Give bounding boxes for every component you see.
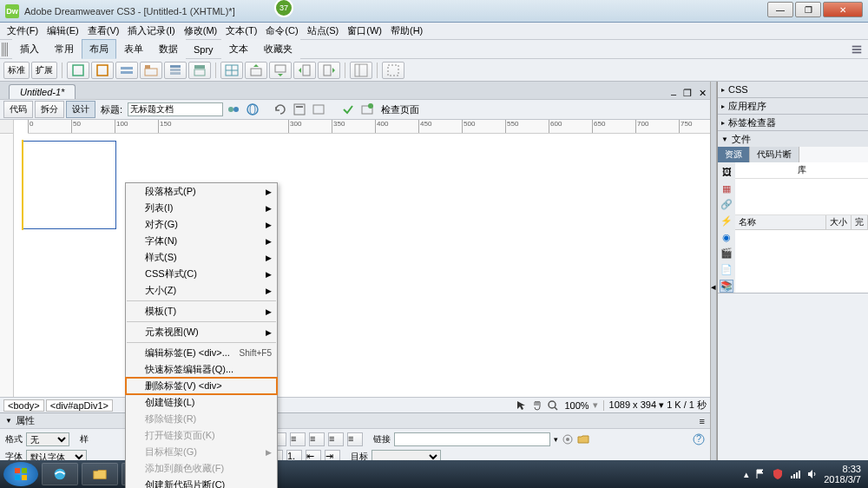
- col-full[interactable]: 完: [852, 215, 868, 229]
- format-select[interactable]: 无: [26, 432, 69, 446]
- insert-tab-spry[interactable]: Spry: [186, 41, 221, 58]
- view-code-button[interactable]: 代码: [3, 101, 33, 118]
- tool-frames-button[interactable]: [350, 62, 372, 79]
- view-split-button[interactable]: 拆分: [35, 101, 64, 118]
- ctx-item-17[interactable]: 创建新代码片断(C): [126, 477, 277, 488]
- properties-header[interactable]: ▼ 属性 ≡: [0, 413, 710, 429]
- layout-expanded-button[interactable]: 扩展: [31, 62, 57, 79]
- document-tab[interactable]: Untitled-1*: [9, 84, 76, 99]
- doc-restore-button[interactable]: ❐: [680, 88, 695, 99]
- insert-tab-data[interactable]: 数据: [151, 39, 186, 59]
- align-justify-button[interactable]: ≡: [347, 432, 363, 446]
- assets-tab[interactable]: 资源: [718, 147, 750, 162]
- doc-close-button[interactable]: ✕: [695, 88, 710, 99]
- files-panel-header[interactable]: ▼文件: [718, 131, 868, 147]
- menu-edit[interactable]: 编辑(E): [43, 23, 82, 39]
- ctx-item-5[interactable]: CSS样式(C)▶: [126, 266, 277, 282]
- vertical-ruler[interactable]: [0, 134, 14, 397]
- menu-file[interactable]: 文件(F): [3, 23, 42, 39]
- tool-spry-tabbed-button[interactable]: [140, 62, 162, 79]
- taskbar-explorer-button[interactable]: [82, 463, 118, 485]
- taskbar-ie-button[interactable]: [42, 463, 78, 485]
- ctx-item-1[interactable]: 列表(I)▶: [126, 200, 277, 216]
- tray-flag-icon[interactable]: [754, 468, 766, 480]
- align-left-button[interactable]: ≡: [290, 432, 306, 446]
- apdiv-element[interactable]: [23, 141, 116, 229]
- tray-shield-icon[interactable]: [772, 468, 784, 480]
- ctx-item-6[interactable]: 大小(Z)▶: [126, 282, 277, 299]
- refresh-icon[interactable]: [273, 102, 287, 116]
- insert-tab-common[interactable]: 常用: [47, 39, 82, 59]
- taskbar-clock[interactable]: 8:33 2018/3/7: [824, 464, 861, 485]
- tool-iframe-button[interactable]: [382, 62, 404, 79]
- panel-menu-icon[interactable]: ≡: [700, 416, 705, 426]
- align-right-button[interactable]: ≡: [328, 432, 344, 446]
- assets-flash-icon[interactable]: ⚡: [720, 214, 733, 228]
- file-management-icon[interactable]: [227, 102, 240, 116]
- tag-div[interactable]: <div#apDiv1>: [46, 399, 113, 412]
- assets-colors-icon[interactable]: ▦: [720, 182, 733, 195]
- tray-network-icon[interactable]: [789, 468, 801, 480]
- zoom-tool-icon[interactable]: [547, 399, 559, 412]
- layout-standard-button[interactable]: 标准: [3, 62, 30, 79]
- tool-draw-apdiv-button[interactable]: [91, 62, 114, 79]
- insertbar-handle[interactable]: [2, 43, 9, 56]
- assets-scripts-icon[interactable]: 📄: [720, 263, 733, 276]
- ctx-item-2[interactable]: 对齐(G)▶: [126, 216, 277, 233]
- tool-insert-row-below-button[interactable]: [269, 62, 292, 79]
- preview-browser-icon[interactable]: [246, 102, 260, 116]
- link-input[interactable]: [394, 432, 550, 446]
- help-icon[interactable]: ?: [693, 433, 705, 445]
- insert-tab-text[interactable]: 文本: [221, 39, 256, 59]
- tag-inspector-panel-header[interactable]: ▸标签检查器: [718, 115, 868, 130]
- insert-tab-layout[interactable]: 布局: [82, 39, 116, 59]
- browse-folder-icon[interactable]: [577, 433, 589, 445]
- tool-insert-div-button[interactable]: [67, 62, 89, 79]
- view-options-icon[interactable]: [293, 102, 306, 116]
- menu-site[interactable]: 站点(S): [304, 23, 343, 39]
- ctx-item-8[interactable]: 元素视图(W)▶: [126, 324, 277, 340]
- point-to-file-icon[interactable]: [562, 433, 574, 445]
- ctx-item-3[interactable]: 字体(N)▶: [126, 233, 277, 249]
- zoom-level[interactable]: 100%: [564, 400, 589, 411]
- start-button[interactable]: [3, 462, 38, 486]
- tray-volume-icon[interactable]: [806, 468, 819, 480]
- check-page-label[interactable]: 检查页面: [381, 103, 419, 116]
- css-panel-header[interactable]: ▸CSS: [718, 82, 868, 97]
- library-list[interactable]: [735, 230, 868, 293]
- menu-insert[interactable]: 插入记录(I): [124, 23, 178, 39]
- menu-text[interactable]: 文本(T): [222, 23, 260, 39]
- close-button[interactable]: ✕: [823, 2, 863, 17]
- snippets-tab[interactable]: 代码片断: [750, 147, 799, 162]
- assets-movies-icon[interactable]: 🎬: [720, 247, 733, 260]
- menu-window[interactable]: 窗口(W): [344, 23, 385, 39]
- hand-tool-icon[interactable]: [531, 399, 543, 412]
- align-center-button[interactable]: ≡: [309, 432, 325, 446]
- ctx-item-9[interactable]: 编辑标签(E) <div>...Shift+F5: [126, 345, 277, 361]
- view-design-button[interactable]: 设计: [66, 101, 95, 118]
- menu-commands[interactable]: 命令(C): [262, 23, 301, 39]
- ctx-item-0[interactable]: 段落格式(P)▶: [126, 183, 277, 200]
- assets-images-icon[interactable]: 🖼: [720, 166, 733, 179]
- menu-view[interactable]: 查看(V): [84, 23, 123, 39]
- tool-spry-menubar-button[interactable]: [115, 62, 138, 79]
- tool-insert-row-above-button[interactable]: [245, 62, 267, 79]
- check-browser-icon[interactable]: [360, 102, 374, 116]
- insertbar-menu-icon[interactable]: [851, 43, 863, 56]
- col-size[interactable]: 大小: [826, 215, 852, 229]
- select-tool-icon[interactable]: [516, 399, 528, 412]
- menu-modify[interactable]: 修改(M): [181, 23, 221, 39]
- insert-tab-fav[interactable]: 收藏夹: [256, 39, 300, 59]
- ctx-item-4[interactable]: 样式(S)▶: [126, 249, 277, 266]
- assets-urls-icon[interactable]: 🔗: [720, 198, 733, 211]
- application-panel-header[interactable]: ▸应用程序: [718, 98, 868, 114]
- tool-table-button[interactable]: [220, 62, 243, 79]
- document-title-input[interactable]: [128, 102, 223, 116]
- ctx-item-7[interactable]: 模板(T)▶: [126, 303, 277, 320]
- tool-insert-col-left-button[interactable]: [293, 62, 316, 79]
- tool-spry-collapsible-button[interactable]: [188, 62, 211, 79]
- menu-help[interactable]: 帮助(H): [387, 23, 426, 39]
- ctx-item-10[interactable]: 快速标签编辑器(Q)...: [126, 361, 277, 378]
- ctx-item-11[interactable]: 删除标签(V) <div>: [126, 378, 277, 394]
- horizontal-ruler[interactable]: 0 50 100 150 300 350 400 450 500 550 600…: [28, 120, 710, 134]
